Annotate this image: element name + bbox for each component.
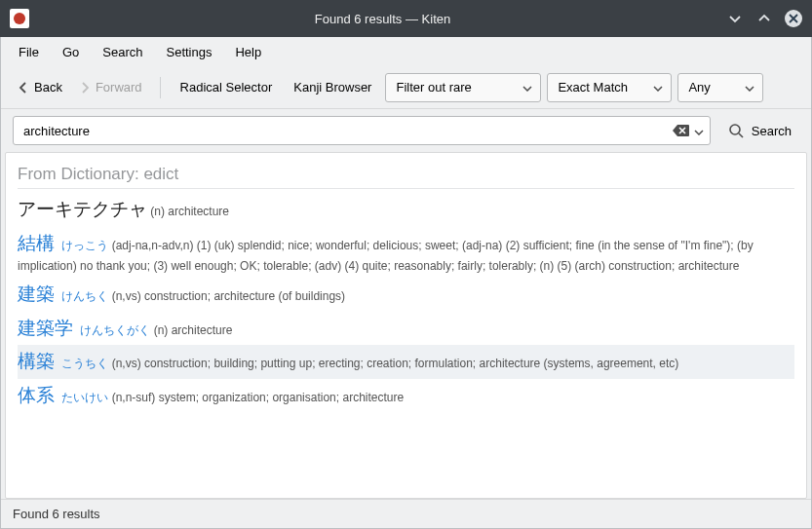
- search-button[interactable]: Search: [720, 119, 799, 142]
- toolbar: Back Forward Radical Selector Kanji Brow…: [1, 66, 811, 109]
- chevron-right-icon: [80, 81, 90, 94]
- entry-kanji[interactable]: 建築学: [18, 318, 73, 338]
- chevron-left-icon: [19, 81, 28, 94]
- close-icon[interactable]: [785, 10, 802, 27]
- titlebar: Found 6 results — Kiten: [0, 0, 812, 37]
- search-button-label: Search: [752, 124, 792, 138]
- forward-label: Forward: [96, 80, 142, 94]
- entry-reading[interactable]: けんちく: [58, 289, 108, 303]
- result-entry[interactable]: 体系 たいけい (n,n-suf) system; organization; …: [18, 379, 794, 413]
- entry-kanji[interactable]: アーキテクチャ: [18, 199, 147, 219]
- entry-reading[interactable]: けっこう: [58, 239, 108, 252]
- chevron-down-icon: [745, 80, 754, 94]
- match-select-value: Exact Match: [558, 80, 628, 94]
- results-panel: From Dictionary: edict アーキテクチャ (n) archi…: [5, 152, 807, 499]
- svg-point-0: [730, 125, 740, 134]
- filter-select[interactable]: Filter out rare: [385, 73, 541, 102]
- entry-reading[interactable]: たいけい: [58, 391, 108, 404]
- entry-definition: (n,vs) construction; building; putting u…: [108, 357, 678, 370]
- forward-button: Forward: [74, 76, 148, 98]
- result-entry[interactable]: 建築 けんちく (n,vs) construction; architectur…: [18, 278, 794, 312]
- kanji-browser-button[interactable]: Kanji Browser: [286, 74, 379, 100]
- match-select[interactable]: Exact Match: [547, 73, 672, 102]
- separator: [160, 77, 161, 98]
- entry-reading[interactable]: けんちくがく: [77, 323, 150, 337]
- back-label: Back: [34, 80, 62, 94]
- chevron-down-icon: [522, 80, 532, 94]
- search-icon: [728, 123, 744, 138]
- menu-search[interactable]: Search: [93, 41, 152, 63]
- entry-kanji[interactable]: 構築: [18, 351, 55, 371]
- back-button[interactable]: Back: [13, 76, 68, 98]
- chevron-down-icon[interactable]: [694, 124, 704, 138]
- result-entry[interactable]: 建築学 けんちくがく (n) architecture: [18, 312, 794, 346]
- entry-definition: (n) architecture: [150, 323, 232, 337]
- maximize-icon[interactable]: [755, 10, 773, 27]
- status-text: Found 6 results: [13, 507, 100, 521]
- clear-icon[interactable]: [673, 124, 688, 137]
- search-input[interactable]: [23, 124, 673, 138]
- chevron-down-icon: [653, 80, 663, 94]
- entry-kanji[interactable]: 体系: [18, 385, 55, 405]
- result-entry[interactable]: 構築 こうちく (n,vs) construction; building; p…: [18, 345, 794, 379]
- menu-go[interactable]: Go: [53, 41, 89, 63]
- entry-definition: (n,vs) construction; architecture (of bu…: [108, 289, 345, 303]
- menu-help[interactable]: Help: [225, 41, 271, 63]
- app-icon: [10, 9, 29, 28]
- entry-definition: (n) architecture: [147, 205, 229, 218]
- entry-definition: (adj-na,n-adv,n) (1) (uk) splendid; nice…: [18, 239, 754, 274]
- menubar: File Go Search Settings Help: [1, 37, 811, 66]
- statusbar: Found 6 results: [1, 499, 811, 528]
- filter-select-value: Filter out rare: [396, 80, 471, 94]
- result-entry[interactable]: 結構 けっこう (adj-na,n-adv,n) (1) (uk) splend…: [18, 227, 794, 279]
- search-field[interactable]: [13, 116, 711, 145]
- type-select-value: Any: [688, 80, 710, 94]
- entry-reading[interactable]: こうちく: [58, 357, 108, 370]
- entry-kanji[interactable]: 建築: [18, 283, 55, 304]
- entry-kanji[interactable]: 結構: [18, 233, 55, 253]
- menu-settings[interactable]: Settings: [157, 41, 222, 63]
- window-body: File Go Search Settings Help Back Forwar…: [0, 37, 812, 529]
- radical-selector-button[interactable]: Radical Selector: [173, 74, 281, 100]
- dictionary-header: From Dictionary: edict: [18, 159, 794, 189]
- entry-definition: (n,n-suf) system; organization; organisa…: [108, 391, 404, 404]
- minimize-icon[interactable]: [726, 10, 744, 27]
- menu-file[interactable]: File: [9, 41, 49, 63]
- search-row: Search: [1, 109, 811, 152]
- type-select[interactable]: Any: [677, 73, 763, 102]
- result-entry[interactable]: アーキテクチャ (n) architecture: [18, 193, 794, 227]
- window-title: Found 6 results — Kiten: [39, 12, 726, 26]
